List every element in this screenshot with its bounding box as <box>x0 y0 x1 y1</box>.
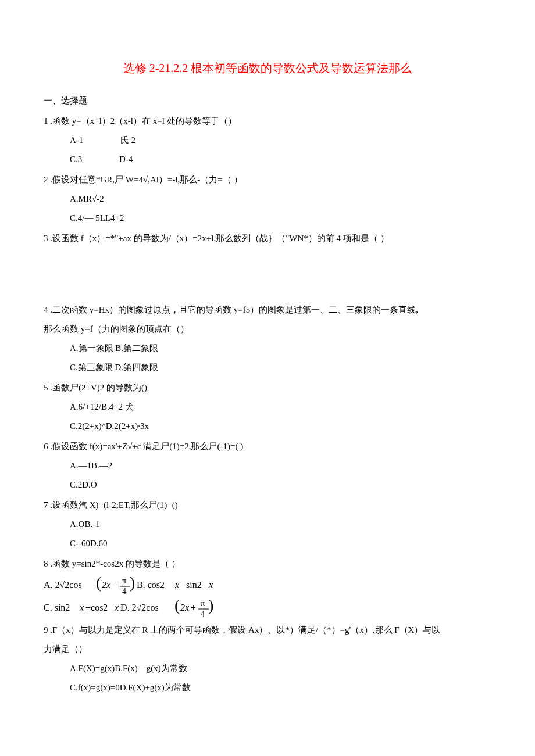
q1-optC: C.3 <box>70 155 82 164</box>
q8-formula-ab: A. 2√2cos ( 2x − π 4 ) B. cos2 x −sin2 x <box>44 575 491 596</box>
svg-text:π: π <box>201 599 205 608</box>
q3-stem: 3 .设函数 f（x）=*"+ax 的导数为/（x）=2x+l,那么数列（战｝（… <box>44 229 491 248</box>
question-7: 7 .设函数汽 X)=(l-2;ET,那么尸(1)=() A.OB.-1 C--… <box>44 496 491 553</box>
q9-stem2: 力满足（） <box>44 640 491 659</box>
svg-text:4: 4 <box>201 610 205 618</box>
q9-optA: A.F(X)=g(x)B.F(x)—g(x)为常数 <box>70 659 491 678</box>
svg-text:B.  cos2: B. cos2 <box>137 580 165 590</box>
question-4: 4 .二次函数 y=Hx）的图象过原点，且它的导函数 y=f5）的图象是过第一、… <box>44 300 491 377</box>
q8-stem: 8 .函数 y=sin2*-cos2x 的导数是（ ） <box>44 554 491 574</box>
q1-stem: 1 .函数 y=（x+l）2（x-l）在 x=l 处的导数等于（） <box>44 112 491 131</box>
q1-options-row2: C.3 D-4 <box>70 150 491 169</box>
q6-optC: C.2D.O <box>70 475 491 495</box>
question-3: 3 .设函数 f（x）=*"+ax 的导数为/（x）=2x+l,那么数列（战｝（… <box>44 229 491 248</box>
svg-text:D.  2√2cos: D. 2√2cos <box>120 603 159 612</box>
q7-optC: C--60D.60 <box>70 534 491 553</box>
svg-text:C.  sin2: C. sin2 <box>44 603 70 612</box>
svg-text:−sin2: −sin2 <box>181 580 202 590</box>
q6-stem: 6 .假设函数 f(x)=ax'+Z√+c 满足尸(1)=2,那么尸(-1)=(… <box>44 437 491 456</box>
svg-text:+: + <box>191 603 196 612</box>
q1-optD: D-4 <box>119 155 133 164</box>
q1-options-row1: A-1 氏 2 <box>70 131 491 150</box>
q7-optA: A.OB.-1 <box>70 515 491 534</box>
question-2: 2 .假设对任意*GR,尸 W=4√,Al）=-l,那么-（力=（ ） A.MR… <box>44 170 491 228</box>
q5-optA: A.6/+12/B.4+2 犬 <box>70 397 491 417</box>
question-8: 8 .函数 y=sin2*-cos2x 的导数是（ ） <box>44 554 491 574</box>
q1-optB: 氏 2 <box>120 135 135 145</box>
svg-text:(: ( <box>96 575 101 592</box>
svg-text:x: x <box>174 580 179 590</box>
doc-title: 选修 2-21.2.2 根本初等函数的导数公式及导数运算法那么 <box>44 55 491 81</box>
svg-text:π: π <box>122 576 126 585</box>
q9-optC: C.f(x)=g(x)=0D.F(X)+g(x)为常数 <box>70 678 491 697</box>
q8-formula-cd: C. sin2 x +cos2 x D. 2√2cos ( 2x + π 4 ) <box>44 598 491 619</box>
q4-stem2: 那么函数 y=f（力的图象的顶点在（） <box>44 320 491 339</box>
question-6: 6 .假设函数 f(x)=ax'+Z√+c 满足尸(1)=2,那么尸(-1)=(… <box>44 437 491 495</box>
q2-optC: C.4/— 5LL4+2 <box>70 209 491 228</box>
svg-text:+cos2: +cos2 <box>85 603 108 612</box>
svg-text:2x: 2x <box>180 603 189 612</box>
q2-optA: A.MR√-2 <box>70 189 491 209</box>
q2-stem: 2 .假设对任意*GR,尸 W=4√,Al）=-l,那么-（力=（ ） <box>44 170 491 189</box>
q5-optC: C.2(2+x)^D.2(2+x)·3x <box>70 417 491 436</box>
svg-text:): ) <box>130 575 135 592</box>
svg-text:x: x <box>208 580 213 590</box>
q5-stem: 5 .函数尸(2+V)2 的导数为() <box>44 378 491 397</box>
q4-optC: C.第三象限 D.第四象限 <box>70 358 491 377</box>
question-5: 5 .函数尸(2+V)2 的导数为() A.6/+12/B.4+2 犬 C.2(… <box>44 378 491 436</box>
q1-optA: A-1 <box>70 135 83 145</box>
q6-optA: A.—1B.—2 <box>70 456 491 475</box>
q7-stem: 7 .设函数汽 X)=(l-2;ET,那么尸(1)=() <box>44 496 491 515</box>
svg-text:−: − <box>112 580 117 590</box>
svg-text:x: x <box>114 603 119 612</box>
svg-text:x: x <box>79 603 84 612</box>
q4-stem1: 4 .二次函数 y=Hx）的图象过原点，且它的导函数 y=f5）的图象是过第一、… <box>44 300 491 320</box>
svg-text:A.  2√2cos: A. 2√2cos <box>44 580 82 590</box>
svg-text:4: 4 <box>122 587 126 596</box>
svg-text:2x: 2x <box>102 580 110 590</box>
svg-text:): ) <box>208 598 213 614</box>
section-header: 一、选择题 <box>44 91 491 110</box>
question-9: 9 .F（x）与以力是定义在 R 上的两个可导函数，假设 Ax）、以*）满足/（… <box>44 621 491 697</box>
question-1: 1 .函数 y=（x+l）2（x-l）在 x=l 处的导数等于（） A-1 氏 … <box>44 112 491 169</box>
svg-text:(: ( <box>174 598 180 614</box>
q9-stem1: 9 .F（x）与以力是定义在 R 上的两个可导函数，假设 Ax）、以*）满足/（… <box>44 621 491 640</box>
q4-optA: A.第一象限 B.第二象限 <box>70 339 491 358</box>
